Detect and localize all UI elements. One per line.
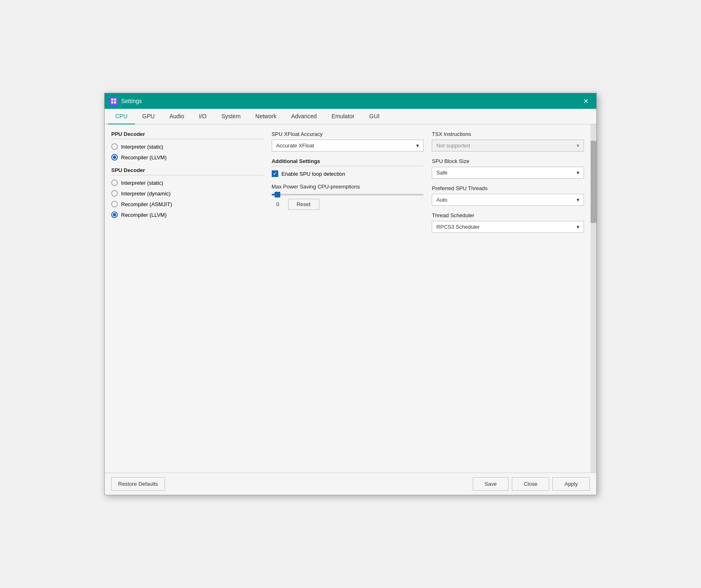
tsx-chevron: ▾ — [577, 142, 580, 149]
spu-interpreter-dynamic-label: Interpreter (dynamic) — [121, 191, 171, 197]
ppu-recompiler-llvm-label: Recompiler (LLVM) — [121, 154, 167, 161]
spu-interpreter-dynamic[interactable]: Interpreter (dynamic) — [111, 190, 263, 197]
additional-settings-label: Additional Settings — [272, 158, 424, 166]
enable-spu-loop-item[interactable]: ✓ Enable SPU loop detection — [272, 170, 424, 177]
bottom-bar: Restore Defaults Save Close Apply — [105, 473, 596, 495]
spu-interpreter-static[interactable]: Interpreter (static) — [111, 179, 263, 186]
bottom-actions: Save Close Apply — [473, 477, 590, 491]
spu-recompiler-asmjit-label: Recompiler (ASMJIT) — [121, 201, 172, 207]
spu-recompiler-asmjit[interactable]: Recompiler (ASMJIT) — [111, 201, 263, 207]
restore-defaults-button[interactable]: Restore Defaults — [111, 477, 165, 491]
tsx-value: Not supported — [436, 142, 470, 149]
preferred-spu-dropdown[interactable]: Auto ▾ — [432, 194, 584, 206]
spu-xfloat-value: Accurate XFloat — [276, 142, 314, 149]
tab-gpu[interactable]: GPU — [135, 109, 162, 124]
close-button[interactable]: Close — [512, 477, 549, 491]
title-bar: Settings ✕ — [105, 93, 596, 109]
spu-decoder-label: SPU Decoder — [111, 167, 263, 175]
main-content: PPU Decoder Interpreter (static) Recompi… — [105, 124, 591, 473]
tab-bar: CPU GPU Audio I/O System Network Advance… — [105, 109, 596, 124]
svg-rect-1 — [114, 99, 116, 101]
ppu-interpreter-static-radio[interactable] — [111, 143, 118, 150]
window-title: Settings — [121, 98, 580, 104]
ppu-interpreter-static-label: Interpreter (static) — [121, 144, 163, 150]
enable-spu-loop-checkbox[interactable]: ✓ — [272, 170, 278, 177]
slider-controls: 0 Reset — [272, 199, 424, 210]
content-area: PPU Decoder Interpreter (static) Recompi… — [105, 124, 596, 473]
reset-button[interactable]: Reset — [288, 199, 319, 210]
tsx-section: TSX Instructions Not supported ▾ SPU Blo… — [432, 131, 584, 239]
spu-interpreter-static-radio[interactable] — [111, 179, 118, 186]
tab-network[interactable]: Network — [248, 109, 284, 124]
checkmark-icon: ✓ — [273, 172, 277, 176]
max-power-section: Max Power Saving CPU-preemptions 0 Reset — [272, 184, 424, 210]
tab-gui[interactable]: GUI — [362, 109, 387, 124]
spu-block-value: Safe — [436, 170, 447, 176]
ppu-interpreter-static[interactable]: Interpreter (static) — [111, 143, 263, 150]
close-icon[interactable]: ✕ — [580, 95, 591, 107]
spu-settings-section: SPU XFloat Accuracy Accurate XFloat ▾ Ad… — [272, 131, 424, 239]
save-button[interactable]: Save — [473, 477, 509, 491]
thread-scheduler-dropdown[interactable]: RPCS3 Scheduler ▾ — [432, 221, 584, 233]
scrollbar[interactable] — [591, 124, 596, 473]
spu-recompiler-llvm[interactable]: Recompiler (LLVM) — [111, 211, 263, 218]
svg-rect-3 — [114, 101, 116, 103]
ppu-radio-group: Interpreter (static) Recompiler (LLVM) — [111, 143, 263, 161]
ppu-decoder-label: PPU Decoder — [111, 131, 263, 139]
svg-rect-0 — [111, 99, 113, 101]
preferred-spu-value: Auto — [436, 197, 447, 203]
spu-block-dropdown[interactable]: Safe ▾ — [432, 167, 584, 179]
spu-xfloat-label: SPU XFloat Accuracy — [272, 131, 424, 137]
spu-xfloat-dropdown[interactable]: Accurate XFloat ▾ — [272, 140, 424, 152]
ppu-recompiler-llvm-radio[interactable] — [111, 154, 118, 161]
ppu-section: PPU Decoder Interpreter (static) Recompi… — [111, 131, 263, 239]
ppu-recompiler-llvm[interactable]: Recompiler (LLVM) — [111, 154, 263, 161]
max-power-label: Max Power Saving CPU-preemptions — [272, 184, 424, 190]
spu-recompiler-llvm-label: Recompiler (LLVM) — [121, 212, 167, 218]
svg-rect-2 — [111, 101, 113, 103]
enable-spu-loop-label: Enable SPU loop detection — [282, 171, 345, 177]
tab-io[interactable]: I/O — [192, 109, 214, 124]
scrollbar-thumb[interactable] — [591, 141, 596, 223]
apply-button[interactable]: Apply — [552, 477, 590, 491]
thread-scheduler-label: Thread Scheduler — [432, 212, 584, 218]
spu-radio-group: Interpreter (static) Interpreter (dynami… — [111, 179, 263, 218]
spu-interpreter-static-label: Interpreter (static) — [121, 180, 163, 186]
preferred-spu-chevron: ▾ — [577, 197, 580, 203]
thread-scheduler-value: RPCS3 Scheduler — [436, 224, 480, 230]
tab-cpu[interactable]: CPU — [108, 109, 135, 124]
tsx-label: TSX Instructions — [432, 131, 584, 137]
slider-thumb[interactable] — [275, 192, 280, 198]
spu-recompiler-asmjit-radio[interactable] — [111, 201, 118, 207]
spu-block-label: SPU Block Size — [432, 158, 584, 164]
app-icon — [110, 97, 118, 105]
spu-xfloat-chevron: ▾ — [416, 142, 419, 149]
tab-emulator[interactable]: Emulator — [324, 109, 362, 124]
tab-system[interactable]: System — [214, 109, 248, 124]
slider-value: 0 — [272, 201, 284, 207]
settings-window: Settings ✕ CPU GPU Audio I/O System Netw… — [104, 93, 597, 495]
spu-interpreter-dynamic-radio[interactable] — [111, 190, 118, 197]
spu-block-chevron: ▾ — [577, 170, 580, 176]
tab-audio[interactable]: Audio — [162, 109, 192, 124]
tsx-dropdown[interactable]: Not supported ▾ — [432, 140, 584, 152]
slider-track[interactable] — [272, 194, 424, 195]
preferred-spu-label: Preferred SPU Threads — [432, 185, 584, 191]
tab-advanced[interactable]: Advanced — [284, 109, 324, 124]
spu-recompiler-llvm-radio[interactable] — [111, 211, 118, 218]
thread-scheduler-chevron: ▾ — [577, 224, 580, 230]
